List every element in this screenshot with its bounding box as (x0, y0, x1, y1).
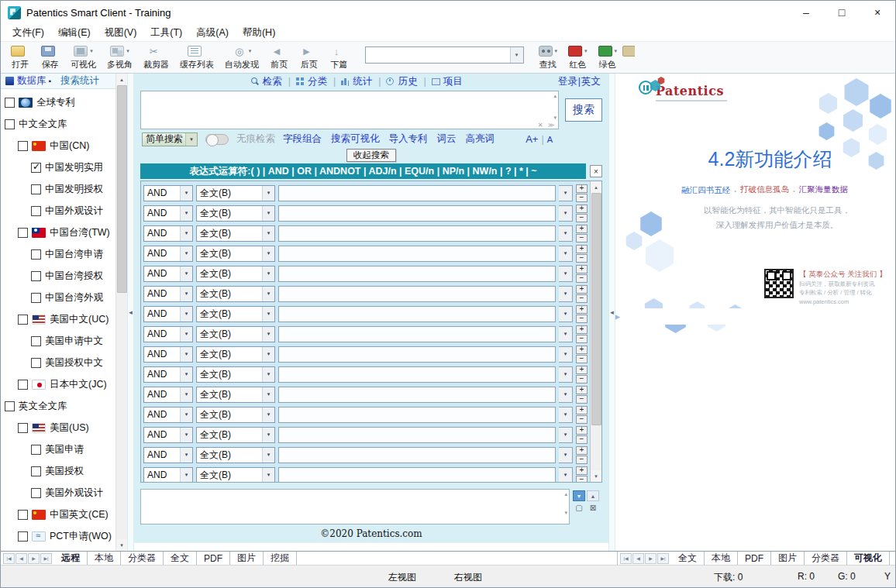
bottom-tab[interactable]: 可视化 (847, 552, 890, 565)
checkbox[interactable] (31, 206, 41, 216)
expression-input[interactable] (278, 346, 556, 363)
checkbox[interactable] (31, 358, 41, 368)
right-splitter[interactable]: ◂ (608, 74, 615, 551)
tree-item[interactable]: 中国(CN) (1, 135, 115, 156)
toolbar-button[interactable]: ▾ 多视角 (102, 43, 138, 72)
operator-select[interactable]: AND▾ (143, 346, 193, 363)
remove-row-button[interactable]: − (576, 435, 588, 444)
toolbar-button[interactable]: ▾ 缓存列表 (174, 43, 219, 72)
expression-dropdown-button[interactable]: ▾ (559, 286, 573, 302)
bottom-tab[interactable]: PDF (197, 552, 230, 565)
add-row-button[interactable]: + (576, 346, 588, 354)
query-textarea[interactable] (141, 91, 558, 129)
checkbox[interactable] (31, 184, 41, 194)
search-nav-link[interactable]: 历史 | (385, 75, 430, 88)
expression-dropdown-button[interactable]: ▾ (559, 205, 573, 222)
tab-next-icon[interactable] (645, 553, 656, 564)
expression-input[interactable] (278, 326, 556, 342)
expression-input[interactable] (278, 427, 556, 443)
tree-item[interactable]: 美国申请中文 (1, 330, 115, 352)
chevron-down-icon[interactable]: ▾ (510, 47, 523, 63)
tree-item[interactable]: 日本中文(JC) (1, 373, 115, 395)
expression-dropdown-button[interactable]: ▾ (559, 407, 573, 423)
remove-row-button[interactable]: − (576, 335, 588, 343)
tab-database[interactable]: 数据库 (17, 74, 51, 88)
expression-dropdown-button[interactable]: ▾ (559, 306, 573, 322)
checkbox[interactable] (31, 271, 41, 281)
slide-next-icon[interactable]: ▶ (615, 308, 890, 325)
incognito-toggle[interactable] (205, 134, 229, 145)
expression-dropdown-button[interactable]: ▾ (559, 246, 573, 262)
checkbox[interactable] (5, 119, 15, 129)
checkbox[interactable] (18, 380, 28, 390)
chevron-down-icon[interactable]: ▾ (615, 48, 618, 54)
bottom-tab[interactable]: 分类器 (121, 552, 164, 565)
field-select[interactable]: 全文(B)▾ (196, 185, 275, 201)
expression-dropdown-button[interactable]: ▾ (559, 447, 573, 463)
field-select[interactable]: 全文(B)▾ (196, 427, 275, 443)
tree-item[interactable]: 中国台湾(TW) (1, 222, 115, 243)
bottom-tab[interactable]: 本地 (705, 552, 738, 565)
add-row-button[interactable]: + (576, 446, 588, 455)
expression-input[interactable] (278, 447, 556, 463)
tab-prev-icon[interactable] (632, 553, 644, 564)
minimize-button[interactable]: – (788, 1, 824, 24)
menu-item[interactable]: 帮助(H) (236, 25, 282, 41)
chevron-down-icon[interactable]: ▾ (90, 48, 93, 54)
field-select[interactable]: 全文(B)▾ (196, 205, 275, 222)
add-row-button[interactable]: + (576, 325, 588, 334)
add-row-button[interactable]: + (576, 426, 588, 435)
operator-select[interactable]: AND▾ (143, 387, 193, 403)
add-row-button[interactable]: + (576, 225, 588, 233)
toolbar-button[interactable]: ▾ 打开 (5, 43, 36, 72)
tree-item[interactable]: 中国台湾授权 (1, 265, 115, 287)
scrollbar-thumb[interactable] (117, 85, 127, 293)
tree-item[interactable]: 美国授权中文 (1, 352, 115, 373)
preview-textarea[interactable] (141, 490, 569, 524)
bottom-tab[interactable]: 分类器 (805, 552, 847, 565)
checkbox[interactable] (5, 98, 15, 108)
collapse-left-icon[interactable]: ◂ (129, 308, 133, 316)
expression-dropdown-button[interactable]: ▾ (559, 366, 573, 383)
bottom-tab[interactable]: 图片 (230, 552, 264, 565)
chevron-down-icon[interactable]: ▾ (555, 48, 558, 54)
toolbar-button[interactable]: ▾ 可视化 (65, 43, 102, 72)
tree-item[interactable]: 中国发明授权 (1, 178, 115, 200)
menu-item[interactable]: 视图(V) (98, 25, 144, 41)
expression-input[interactable] (278, 366, 556, 383)
expression-input[interactable] (278, 266, 556, 282)
scroll-down-icon[interactable]: ▾ (116, 539, 127, 551)
tree-item[interactable]: 美国中文(UC) (1, 308, 115, 330)
operator-select[interactable]: AND▾ (143, 286, 193, 302)
field-select[interactable]: 全文(B)▾ (196, 225, 275, 242)
operator-select[interactable]: AND▾ (143, 185, 193, 201)
left-splitter[interactable]: ◂ (127, 74, 134, 551)
field-select[interactable]: 全文(B)▾ (196, 467, 275, 483)
search-nav-link[interactable]: 项目 (431, 75, 464, 88)
tree-item[interactable]: 中文全文库 (1, 113, 115, 135)
add-row-button[interactable]: + (576, 466, 588, 475)
expression-dropdown-button[interactable]: ▾ (559, 467, 573, 483)
bottom-tab[interactable]: 全文 (671, 552, 705, 565)
search-nav-link[interactable]: 统计 | (340, 75, 385, 88)
expression-dropdown-button[interactable]: ▾ (559, 225, 573, 242)
remove-row-button[interactable]: − (576, 254, 588, 263)
menu-item[interactable]: 文件(F) (5, 25, 51, 41)
expression-dropdown-button[interactable]: ▾ (559, 326, 573, 342)
toolbar-button[interactable]: ▾ 后页 (295, 43, 325, 72)
expression-dropdown-button[interactable]: ▾ (559, 427, 573, 443)
remove-row-button[interactable]: − (576, 234, 588, 242)
tree-item[interactable]: 中国英文(CE) (1, 504, 115, 525)
checkbox[interactable] (31, 488, 41, 498)
tool-link[interactable]: 词云 (437, 132, 457, 146)
field-select[interactable]: 全文(B)▾ (196, 366, 275, 383)
close-box-icon[interactable] (587, 503, 599, 513)
checkbox[interactable] (31, 249, 41, 260)
clear-icon[interactable]: ✕ (538, 122, 545, 129)
remove-row-button[interactable]: − (576, 315, 588, 323)
tool-link[interactable]: 高亮词 (466, 132, 495, 146)
add-row-button[interactable]: + (576, 406, 588, 414)
tool-link[interactable]: 搜索可视化 (331, 132, 380, 146)
field-select[interactable]: 全文(B)▾ (196, 306, 275, 322)
sidebar-scrollbar[interactable]: ▴ ▾ (115, 74, 127, 551)
